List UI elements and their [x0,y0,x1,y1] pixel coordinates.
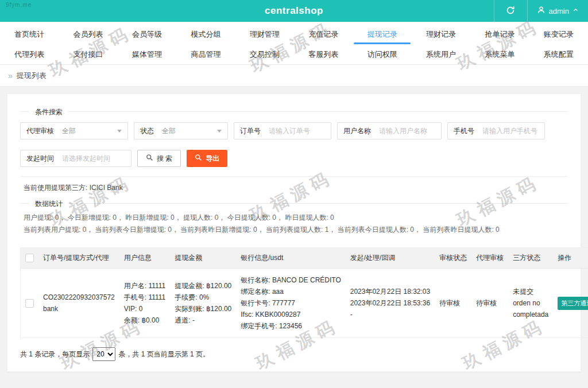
nav-item-product-manage[interactable]: 商品管理 [176,44,235,64]
main-nav: 首页统计 会员列表 会员等级 模式分组 理财管理 充值记录 提现记录 理财记录 … [0,22,588,65]
nav-row-2: 代理列表 支付接口 媒体管理 商品管理 交易控制 客服列表 访问权限 系统用户 … [0,44,588,64]
order-no-group: 订单号 [234,122,331,139]
order-no-label: 订单号 [234,123,266,139]
agent-audit-label: 代理审核 [21,123,60,139]
withdraw-list-panel: 条件搜索 代理审核 全部 状态 全部 订单号 用户名 [7,94,581,372]
nav-item-access-rights[interactable]: 访问权限 [353,44,411,64]
nav-row-1: 首页统计 会员列表 会员等级 模式分组 理财管理 充值记录 提现记录 理财记录 … [0,24,588,44]
refresh-button[interactable] [494,0,527,22]
nav-item-finance-manage[interactable]: 理财管理 [235,24,294,44]
nav-item-system-config[interactable]: 系统配置 [529,44,588,64]
col-amount: 提现金额 [170,248,236,269]
col-third-status: 三方状态 [508,248,553,269]
stats-legend: 数据统计 [29,199,68,209]
user-icon [537,6,546,16]
nav-item-account-change-records[interactable]: 账变记录 [529,24,588,44]
user-menu[interactable]: admin [527,0,588,22]
col-agent-audit: 代理审核 [471,248,508,269]
nav-item-member-list[interactable]: 会员列表 [59,24,117,44]
audit-status: 待审核 [435,269,471,338]
amount-cell: 提现金额: ฿120.00 手续费: 0% 实际到账: ฿120.00 通道: … [170,269,236,338]
nav-item-service-list[interactable]: 客服列表 [294,44,353,64]
col-user: 用户信息 [119,248,170,269]
search-button[interactable]: 搜 索 [137,150,181,167]
actions-cell: 第三方通过 驳回 人工通过 [553,269,588,338]
col-actions: 操作 [553,248,588,269]
status-select[interactable]: 全部 [160,123,227,139]
user-name: admin [549,7,569,15]
phone-group: 手机号 [447,122,545,139]
chevron-down-icon [217,130,222,133]
agent-audit-status: 待审核 [471,269,508,338]
chevron-up-icon [572,7,579,15]
user-cell: 用户名: 11111 手机号: 11111 VIP: 0 余额: ฿0.00 [119,269,170,338]
nav-item-media-manage[interactable]: 媒体管理 [118,44,176,64]
top-bar: 9fym.me centralshop admin [0,0,588,22]
phone-label: 手机号 [448,123,480,139]
row-checkbox[interactable] [25,299,34,308]
third-party-pass-button[interactable]: 第三方通过 [558,297,588,310]
third-party-status: 未提交 orden no completada [508,269,553,338]
pagination-prefix: 共 1 条记录，每页显示 [20,350,90,359]
withdraw-table: 订单号/提现方式/代理 用户信息 提现金额 银行信息/usdt 发起/处理/回调… [20,247,588,338]
chevron-down-icon [117,130,122,133]
export-button-label: 导出 [206,154,219,164]
nav-item-withdraw-records[interactable]: 提现记录 [353,24,411,44]
start-time-input[interactable] [60,150,131,166]
pagination: 共 1 条记录，每页显示 20 条，共 1 页当前显示第 1 页。 [20,347,568,361]
search-icon [195,154,202,163]
select-all-checkbox[interactable] [25,254,34,262]
nav-item-recharge-records[interactable]: 充值记录 [294,24,353,44]
nav-item-mode-group[interactable]: 模式分组 [176,24,235,44]
refresh-icon [506,6,515,17]
pagination-suffix: 条，共 1 页当前显示第 1 页。 [118,350,210,359]
nav-item-trade-control[interactable]: 交易控制 [235,44,294,64]
search-row-1: 代理审核 全部 状态 全部 订单号 用户名称 [20,122,568,139]
agent-audit-group: 代理审核 全部 [20,122,128,139]
stats-line-global: 用户提现: 0， 今日新增提现: 0， 昨日新增提现: 0， 提现人数: 0， … [24,212,564,224]
nav-item-payment-api[interactable]: 支付接口 [59,44,117,64]
breadcrumb: » 提现列表 [0,65,588,87]
bank-cell: 银行名称: BANCO DE CRÉDITO 绑定名称: aaa 银行卡号: 7… [236,269,345,338]
agent-audit-value: 全部 [62,126,76,136]
page-size-select[interactable]: 20 [92,347,115,361]
table-row: CO2302220932037572 bank 用户名: 11111 手机号: … [21,269,588,338]
status-label: 状态 [134,123,160,139]
stats-fieldset: 数据统计 用户提现: 0， 今日新增提现: 0， 昨日新增提现: 0， 提现人数… [20,203,568,238]
search-legend: 条件搜索 [29,107,68,117]
col-time: 发起/处理/回调 [346,248,435,269]
nav-item-home-stats[interactable]: 首页统计 [0,24,59,44]
order-no-input[interactable] [266,123,331,139]
order-cell: CO2302220932037572 bank [38,269,119,338]
username-input[interactable] [377,123,441,139]
status-group: 状态 全部 [134,122,228,139]
nav-item-member-level[interactable]: 会员等级 [118,24,176,44]
nav-item-system-menu[interactable]: 系统菜单 [470,44,529,64]
export-button[interactable]: 导出 [187,150,227,167]
nav-item-system-users[interactable]: 系统用户 [412,44,470,64]
username-label: 用户名称 [338,123,377,139]
agent-audit-select[interactable]: 全部 [60,123,127,139]
status-value: 全部 [162,126,176,136]
nav-item-finance-records[interactable]: 理财记录 [412,24,470,44]
nav-item-agent-list[interactable]: 代理列表 [0,44,59,64]
start-time-label: 发起时间 [21,150,60,166]
search-icon [146,154,153,163]
col-order: 订单号/提现方式/代理 [38,248,119,269]
search-button-label: 搜 索 [157,154,172,164]
page-title: 提现列表 [17,71,47,81]
col-bank: 银行信息/usdt [236,248,345,269]
search-fieldset: 条件搜索 代理审核 全部 状态 全部 订单号 用户名 [20,111,568,167]
order-no: CO2302220932037572 [43,292,115,303]
phone-input[interactable] [480,123,544,139]
nav-item-grab-records[interactable]: 抢单记录 [470,24,529,44]
search-row-2: 发起时间 搜 索 导出 [20,150,568,167]
col-audit-status: 审核状态 [435,248,471,269]
start-time-group: 发起时间 [20,150,131,167]
withdraw-method: bank [43,303,115,315]
username-group: 用户名称 [337,122,442,139]
time-cell: 2023年02月22日 18:32:03 2023年02月22日 18:53:3… [346,269,435,338]
breadcrumb-chevrons-icon: » [8,71,13,80]
table-header-row: 订单号/提现方式/代理 用户信息 提现金额 银行信息/usdt 发起/处理/回调… [21,248,588,269]
third-party-info: 当前使用提现第三方: ICICI Bank [20,177,568,194]
